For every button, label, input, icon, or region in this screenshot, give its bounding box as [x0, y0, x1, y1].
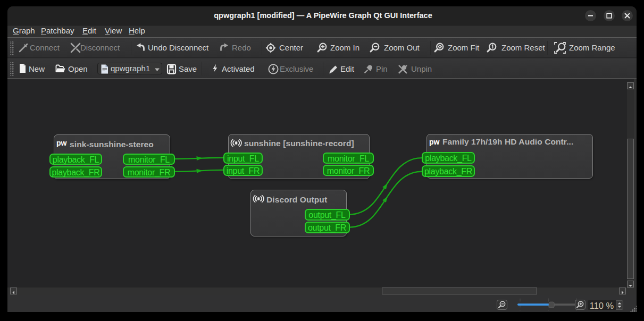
svg-text:pw: pw [56, 139, 67, 147]
svg-text:pw: pw [429, 138, 440, 146]
